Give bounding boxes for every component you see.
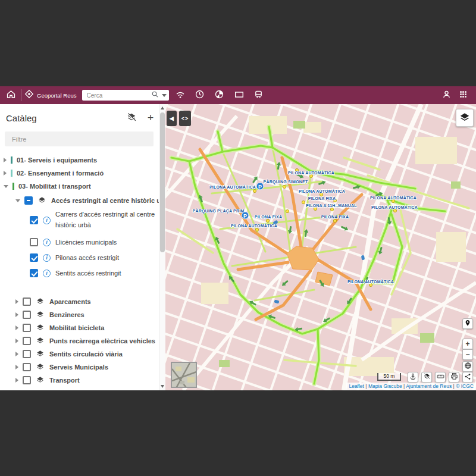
group-serveis-equipaments[interactable]: 01- Serveis i equipaments: [0, 154, 165, 167]
measure-button[interactable]: [435, 372, 446, 383]
zoom-out-button[interactable]: −: [462, 349, 473, 360]
collapse-arrow-icon[interactable]: [15, 199, 20, 202]
search-dropdown-caret-icon[interactable]: [162, 94, 167, 97]
bus-icon: [253, 89, 264, 101]
layers-icon: [36, 310, 45, 320]
attribution-link[interactable]: Leaflet: [349, 383, 364, 389]
expand-arrow-icon[interactable]: [4, 158, 7, 162]
layer-pilonas-acces-restrigit[interactable]: i Pilonas accés restrigit: [0, 250, 165, 265]
attribution-link[interactable]: © ICGC: [456, 383, 474, 389]
toggle-layers-button[interactable]: [421, 372, 432, 383]
group-checkbox[interactable]: [23, 350, 31, 358]
sidebar-scrollbar[interactable]: [159, 104, 165, 390]
layer-checkbox[interactable]: [30, 216, 38, 224]
group-ensenyament-formacio[interactable]: 02- Ensenyament i formació: [0, 167, 165, 180]
group-label: Serveis Municipals: [49, 364, 108, 371]
layer-label: Llicències municipals: [55, 239, 117, 246]
layer-checkbox[interactable]: [30, 269, 38, 277]
group-checkbox[interactable]: [23, 363, 31, 371]
panorama-button[interactable]: [232, 88, 246, 102]
statistics-button[interactable]: [212, 88, 227, 102]
group-sentits-circulacio[interactable]: Sentits circulació viària: [0, 347, 165, 361]
group-label: 03- Mobilitat i transport: [18, 183, 91, 190]
expand-panel-button[interactable]: <>: [179, 111, 191, 126]
print-button[interactable]: [449, 372, 459, 383]
layer-label: Sentits accés restringit: [55, 270, 121, 277]
attribution-separator: |: [453, 383, 455, 389]
group-checkbox[interactable]: [23, 324, 31, 332]
info-icon[interactable]: i: [43, 217, 51, 224]
group-label: Aparcaments: [49, 298, 91, 305]
group-transport[interactable]: Transport: [0, 374, 165, 387]
geoportal-logo-icon: [24, 89, 34, 101]
attribution-separator: |: [403, 383, 405, 389]
expand-arrow-icon[interactable]: [4, 171, 7, 176]
history-button[interactable]: [193, 88, 207, 102]
expand-arrow-icon[interactable]: [15, 339, 18, 343]
group-benzineres[interactable]: Benzineres: [0, 308, 165, 321]
user-account-button[interactable]: [439, 88, 453, 102]
group-serveis-municipals[interactable]: Serveis Municipals: [0, 361, 165, 374]
group-checkbox[interactable]: [23, 298, 31, 306]
search-box: [82, 90, 169, 101]
layer-checkbox[interactable]: [30, 238, 38, 246]
filter-input[interactable]: [5, 131, 154, 146]
expand-arrow-icon[interactable]: [15, 352, 18, 356]
layers-icon: [36, 349, 45, 359]
brand[interactable]: Geoportal Reus: [24, 89, 77, 101]
collapse-arrow-icon[interactable]: [4, 185, 8, 188]
search-icon[interactable]: [151, 90, 159, 101]
scroll-up-icon[interactable]: [161, 107, 164, 109]
layer-llicencies-municipals[interactable]: i Llicències municipals: [0, 234, 165, 250]
minimap[interactable]: [171, 362, 197, 388]
clock-icon: [195, 89, 205, 101]
info-icon[interactable]: i: [43, 254, 51, 262]
group-label: 02- Ensenyament i formació: [17, 170, 104, 177]
streetview-wifi-button[interactable]: [173, 88, 187, 102]
basemap-layers-button[interactable]: [456, 109, 474, 127]
group-aparcaments[interactable]: Aparcaments: [0, 295, 165, 308]
subgroup-acces-restringit[interactable]: Accés restringit al centre històric urbà: [0, 194, 165, 207]
panel-title: Catàleg: [6, 113, 37, 123]
locate-pin-button[interactable]: [462, 318, 473, 329]
collapse-panel-button[interactable]: ◀: [167, 111, 177, 126]
expand-arrow-icon[interactable]: [15, 365, 18, 369]
scrollbar-thumb[interactable]: [160, 112, 165, 252]
home-button[interactable]: [4, 88, 18, 102]
apps-grid-button[interactable]: [456, 88, 470, 102]
group-mobilitat-transport[interactable]: 03- Mobilitat i transport: [0, 180, 165, 193]
subgroup-checkbox[interactable]: [24, 196, 33, 205]
parking-marker[interactable]: P: [242, 212, 249, 220]
anchor-button[interactable]: [408, 372, 418, 383]
share-button[interactable]: [462, 372, 473, 383]
zoom-in-button[interactable]: +: [462, 339, 473, 349]
layer-checkbox[interactable]: [30, 253, 38, 262]
add-layer-button[interactable]: +: [144, 111, 157, 124]
group-checkbox[interactable]: [23, 337, 31, 345]
expand-arrow-icon[interactable]: [15, 312, 18, 317]
globe-button[interactable]: [462, 361, 473, 372]
expand-arrow-icon[interactable]: [15, 325, 18, 330]
group-punts-recarrega[interactable]: Punts recàrrega elèctrica vehicles: [0, 334, 165, 347]
group-checkbox[interactable]: [23, 311, 31, 319]
scroll-down-icon[interactable]: [161, 385, 164, 388]
layer-sentits-acces-restringit[interactable]: i Sentits accés restringit: [0, 265, 165, 281]
info-icon[interactable]: i: [43, 239, 51, 246]
map-attribution: Leaflet | Mapia Giscube | Ajuntament de …: [346, 383, 476, 390]
info-icon[interactable]: i: [43, 270, 51, 277]
attribution-link[interactable]: Mapia Giscube: [368, 383, 402, 389]
group-label: Punts recàrrega elèctrica vehicles: [49, 337, 155, 345]
map-canvas[interactable]: PILONA AUTOMÀTICA PÀRQUING SIMONET PILON…: [165, 104, 476, 390]
layer-carrers-acces-restringit[interactable]: i Carrers d'accés restringit al centre h…: [0, 208, 165, 232]
expand-arrow-icon[interactable]: [15, 299, 18, 304]
group-label: Benzineres: [49, 311, 84, 318]
group-checkbox[interactable]: [23, 376, 31, 384]
parking-marker[interactable]: P: [256, 183, 264, 190]
layers-icon: [459, 112, 470, 124]
search-input[interactable]: [82, 92, 151, 99]
group-mobilitat-bicicleta[interactable]: Mobilitat bicicleta: [0, 321, 165, 334]
hide-all-layers-button[interactable]: [125, 111, 138, 124]
expand-arrow-icon[interactable]: [15, 378, 18, 383]
transit-button[interactable]: [252, 88, 266, 102]
attribution-link[interactable]: Ajuntament de Reus: [406, 383, 452, 389]
